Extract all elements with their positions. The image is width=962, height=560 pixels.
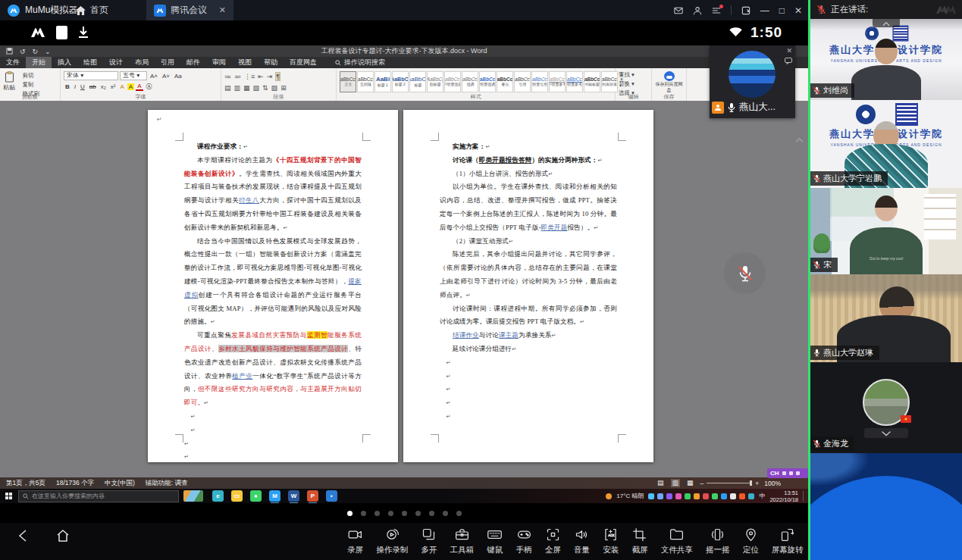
pager-dot[interactable] — [347, 511, 353, 516]
tray-icon[interactable] — [666, 493, 672, 499]
menu-icon[interactable] — [712, 6, 721, 15]
taskbar-app-word[interactable]: W — [288, 490, 299, 502]
style-要点[interactable]: AaBbCcD要点 — [497, 71, 513, 92]
tray-icon[interactable] — [694, 493, 700, 499]
news-weather-widget[interactable] — [183, 490, 203, 502]
shading-button[interactable]: ▨ — [271, 84, 278, 92]
zoom-slider[interactable]: – + — [700, 480, 760, 487]
zoom-in-icon[interactable]: + — [755, 480, 759, 487]
chat-bubble-icon[interactable] — [785, 58, 792, 64]
align-right-button[interactable]: ▦ — [243, 84, 250, 92]
account-icon[interactable] — [693, 6, 702, 15]
toolbar-screenshot[interactable]: 截屏 — [631, 527, 647, 555]
ribbon-tab-百度网盘[interactable]: 百度网盘 — [284, 57, 323, 68]
editing-查找[interactable]: 查找 ▾ — [619, 71, 648, 79]
ribbon-tab-审阅[interactable]: 审阅 — [206, 57, 232, 68]
word-count[interactable]: 18/1736 个字 — [56, 479, 94, 488]
tray-icon[interactable] — [648, 493, 654, 499]
tray-weather[interactable]: 17°C 晴朗 — [616, 492, 644, 500]
style-不明显参考[interactable]: AaBbCcD不明显参考 — [549, 71, 566, 92]
document-canvas[interactable]: ↵课程作业要求：↵本学期课程讨论的主题为《十四五规划背景下的中国智能装备创新设计… — [0, 101, 808, 477]
android-home-button[interactable] — [56, 529, 70, 543]
start-button[interactable] — [0, 489, 17, 503]
paste-button[interactable]: 粘贴 — [3, 71, 15, 92]
editing-替换[interactable]: 替换 ▾ — [619, 80, 648, 88]
toolbar-gamepad[interactable]: 手柄 — [516, 527, 532, 555]
tray-icon[interactable] — [712, 493, 718, 499]
mail-icon[interactable] — [674, 6, 683, 15]
web-layout-button[interactable]: ▦ — [685, 479, 695, 487]
justify-button[interactable]: ▧ — [253, 84, 260, 92]
bold-button[interactable]: B — [64, 83, 71, 90]
print-layout-button[interactable]: ▥ — [671, 479, 681, 487]
baidu-netdisk-icon[interactable] — [664, 71, 675, 81]
tray-icon[interactable] — [657, 493, 663, 499]
pager-dot[interactable] — [415, 511, 421, 516]
pager-dot[interactable] — [402, 511, 407, 516]
font-size-select[interactable]: 五号 ▾ — [120, 71, 147, 80]
language-indicator[interactable]: 中文(中国) — [105, 479, 135, 488]
multilevel-list-button[interactable]: ⋮≡ — [244, 73, 255, 80]
pager-dot[interactable] — [388, 511, 393, 516]
highlight-button[interactable]: A — [127, 83, 134, 90]
style-无间隔[interactable]: AaBbCcD无间隔 — [357, 71, 374, 92]
close-overlay-icon[interactable]: ✕ — [786, 47, 792, 55]
pager-dot[interactable] — [374, 511, 380, 516]
toolbar-toolbox[interactable]: 工具箱 — [450, 527, 475, 555]
style-不明显强调[interactable]: AaBbCcD不明显强调 — [444, 71, 461, 92]
line-spacing-button[interactable]: ⇅ — [262, 84, 268, 92]
zoom-slider-thumb[interactable] — [750, 480, 752, 486]
taskbar-app-wechat[interactable]: ● — [250, 490, 262, 502]
close-tab-icon[interactable]: ✕ — [219, 5, 226, 15]
clipboard-item-剪切[interactable]: 剪切 — [22, 72, 39, 80]
toolbar-macro-record[interactable]: 操作录制 — [376, 527, 408, 555]
pager-dot[interactable] — [456, 511, 462, 516]
participant-video-宋[interactable]: Got to keep my cool宋 — [810, 188, 962, 274]
italic-button[interactable]: I — [73, 83, 77, 90]
tab-meeting[interactable]: 腾讯会议 ✕ — [146, 0, 233, 20]
style-明显引用[interactable]: AaBbCcD明显引用 — [531, 71, 548, 92]
tray-icon[interactable] — [675, 493, 682, 499]
toolbar-multi-instance[interactable]: 多开 — [421, 527, 437, 555]
font-color-button[interactable]: A — [136, 83, 143, 91]
participant-video-燕山大学宁岩鹏[interactable]: 燕山大学 与设计学院 YANSHAN UNIVERSITY OF ARTS AN… — [810, 100, 962, 188]
page-indicator[interactable]: 第1页，共5页 — [6, 479, 45, 488]
document-page-2[interactable]: 实施方案：↵讨论课（即类开题报告答辩）的实施分两种形式：↵（1）小组上台讲演、报… — [403, 110, 653, 462]
toolbar-shake[interactable]: 摇一摇 — [706, 527, 730, 555]
toolbar-fullscreen[interactable]: 全屏 — [545, 527, 561, 555]
decrease-indent-button[interactable]: ⇤ — [258, 73, 264, 80]
show-marks-button[interactable]: ¶ — [275, 72, 280, 81]
style-明显参考[interactable]: AaBbCcD明显参考 — [566, 71, 583, 92]
participant-video-shared-background[interactable] — [810, 453, 962, 560]
grow-font-button[interactable]: A˄ — [149, 73, 159, 80]
superscript-button[interactable]: x² — [109, 83, 118, 90]
toolbar-location[interactable]: 定位 — [743, 527, 759, 555]
style-副标题[interactable]: AaBbC(副标题 — [427, 71, 443, 92]
subscript-button[interactable]: x₂ — [99, 83, 108, 90]
style-标题 2[interactable]: AaBbC(标题 2 — [392, 71, 409, 92]
strikethrough-button[interactable]: ab — [88, 83, 98, 90]
ribbon-tab-布局[interactable]: 布局 — [129, 57, 155, 68]
document-page-1[interactable]: ↵课程作业要求：↵本学期课程讨论的主题为《十四五规划背景下的中国智能装备创新设计… — [148, 110, 398, 462]
collapse-panel-chevron[interactable] — [873, 19, 900, 27]
zoom-out-icon[interactable]: – — [700, 480, 704, 487]
baidu-save-label[interactable]: 保存到百度网盘 — [655, 82, 683, 93]
ime-indicator[interactable]: 中 — [759, 492, 765, 500]
tray-clock[interactable]: 13:51 2022/10/18 — [769, 490, 798, 503]
language-bar-overlay[interactable]: CH — [767, 468, 808, 478]
text-effects-button[interactable]: A — [118, 83, 125, 90]
ribbon-tab-帮助[interactable]: 帮助 — [258, 57, 284, 68]
ribbon-tab-文件[interactable]: 文件 — [0, 57, 26, 68]
font-name-select[interactable]: 宋体 ▾ — [64, 71, 118, 80]
ribbon-tab-绘图[interactable]: 绘图 — [77, 57, 103, 68]
bullets-button[interactable]: ≔ — [224, 73, 231, 80]
accessibility-status[interactable]: 辅助功能: 调查 — [146, 479, 188, 488]
tray-icon[interactable] — [685, 493, 691, 499]
more-participants-chevron[interactable] — [864, 428, 908, 438]
style-明显强调[interactable]: AaBbCcD明显强调 — [479, 71, 496, 92]
taskbar-app-file-explorer[interactable]: ▭ — [231, 490, 243, 502]
tray-icon[interactable] — [703, 493, 709, 499]
ribbon-tab-引用[interactable]: 引用 — [155, 57, 180, 68]
tray-icon[interactable] — [739, 493, 745, 499]
align-center-button[interactable]: ▥ — [234, 84, 241, 92]
